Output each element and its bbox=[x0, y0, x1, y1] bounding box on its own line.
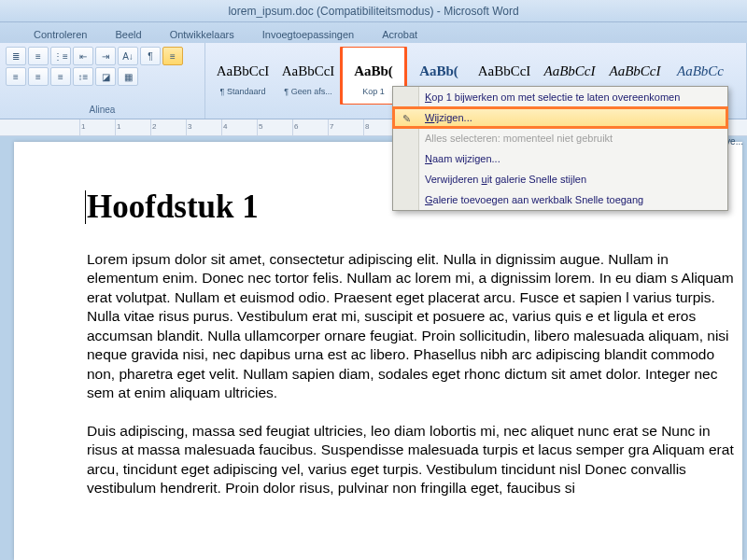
justify-button[interactable]: ≡ bbox=[50, 67, 71, 86]
style-sample: AaBbCcI bbox=[282, 55, 335, 87]
ruler-tick: 8 bbox=[365, 122, 369, 131]
ruler-tick: 3 bbox=[188, 122, 191, 131]
style-context-menu: Kop 1 bijwerken om met selectie te laten… bbox=[392, 86, 728, 211]
style-sample: AaBbCc bbox=[677, 55, 724, 87]
align-left-button[interactable]: ≡ bbox=[162, 47, 183, 65]
group-label-paragraph: Alinea bbox=[6, 105, 199, 117]
ruler-tick: 5 bbox=[259, 122, 262, 131]
menu-item[interactable]: Galerie toevoegen aan werkbalk Snelle to… bbox=[393, 189, 727, 210]
line-spacing-button[interactable]: ↕≡ bbox=[73, 67, 93, 86]
paragraph[interactable]: Lorem ipsum dolor sit amet, consectetur … bbox=[87, 250, 742, 403]
menu-item[interactable]: ✎Wijzigen... bbox=[393, 107, 727, 128]
paragraph-buttons: ≣ ≡ ⋮≡ ⇤ ⇥ A↓ ¶ ≡ ≡ ≡ ≡ ↕≡ ◪ ▦ bbox=[6, 47, 199, 86]
style-label: ¶ Standaard bbox=[220, 87, 266, 96]
style-sample: AaBbCcI bbox=[544, 55, 596, 87]
style-sample: AaBbCcI bbox=[217, 55, 270, 87]
tab-beeld[interactable]: Beeld bbox=[109, 25, 147, 43]
group-paragraph: ≣ ≡ ⋮≡ ⇤ ⇥ A↓ ¶ ≡ ≡ ≡ ≡ ↕≡ ◪ ▦ Alinea bbox=[0, 43, 205, 119]
style--standaard[interactable]: AaBbCcI¶ Standaard bbox=[211, 47, 275, 105]
paragraph[interactable]: Duis adipiscing, massa sed feugiat ultri… bbox=[87, 422, 742, 498]
style-sample: AaBb( bbox=[354, 55, 393, 87]
align-right-button[interactable]: ≡ bbox=[28, 67, 49, 86]
indent-inc-button[interactable]: ⇥ bbox=[95, 47, 116, 65]
tab-controleren[interactable]: Controleren bbox=[28, 25, 92, 43]
ribbon-tabs: ControlerenBeeldOntwikkelaarsInvoegtoepa… bbox=[0, 22, 747, 43]
borders-button[interactable]: ▦ bbox=[118, 67, 138, 86]
style-sample: AaBbCcI bbox=[478, 55, 531, 87]
style-sample: AaBbCcI bbox=[610, 55, 661, 87]
ruler-tick: 6 bbox=[294, 122, 298, 131]
ruler-tick: 1 bbox=[117, 122, 120, 131]
ruler-tick: 4 bbox=[223, 122, 227, 131]
style-label: ¶ Geen afs... bbox=[284, 87, 331, 96]
align-center-button[interactable]: ≡ bbox=[6, 67, 26, 86]
title-bar: lorem_ipsum.doc (Compatibiliteitsmodus) … bbox=[0, 0, 747, 22]
sort-button[interactable]: A↓ bbox=[118, 47, 138, 65]
tab-invoegtoepassingen[interactable]: Invoegtoepassingen bbox=[257, 25, 359, 43]
style--geen-afs-[interactable]: AaBbCcI¶ Geen afs... bbox=[276, 47, 340, 105]
menu-item[interactable]: Naam wijzigen... bbox=[393, 148, 727, 169]
menu-item[interactable]: Kop 1 bijwerken om met selectie te laten… bbox=[393, 87, 727, 107]
numbering-button[interactable]: ≡ bbox=[28, 47, 49, 65]
menu-item[interactable]: Verwijderen uit galerie Snelle stijlen bbox=[393, 169, 727, 189]
multilevel-button[interactable]: ⋮≡ bbox=[50, 47, 71, 65]
bullets-button[interactable]: ≣ bbox=[6, 47, 26, 65]
tab-ontwikkelaars[interactable]: Ontwikkelaars bbox=[164, 25, 240, 43]
title-text: lorem_ipsum.doc (Compatibiliteitsmodus) … bbox=[228, 5, 518, 18]
menu-item: Alles selecteren: momenteel niet gebruik… bbox=[393, 128, 727, 148]
indent-dec-button[interactable]: ⇤ bbox=[73, 47, 93, 65]
style-sample: AaBb( bbox=[419, 55, 458, 87]
pilcrow-button[interactable]: ¶ bbox=[140, 47, 161, 65]
ruler-tick: 2 bbox=[152, 122, 156, 131]
shading-button[interactable]: ◪ bbox=[95, 67, 116, 86]
ruler-tick: 7 bbox=[330, 122, 333, 131]
edit-icon: ✎ bbox=[399, 111, 414, 126]
ruler-tick: 1 bbox=[81, 122, 85, 131]
tab-acrobat[interactable]: Acrobat bbox=[376, 25, 423, 43]
style-label: Kop 1 bbox=[362, 87, 385, 96]
